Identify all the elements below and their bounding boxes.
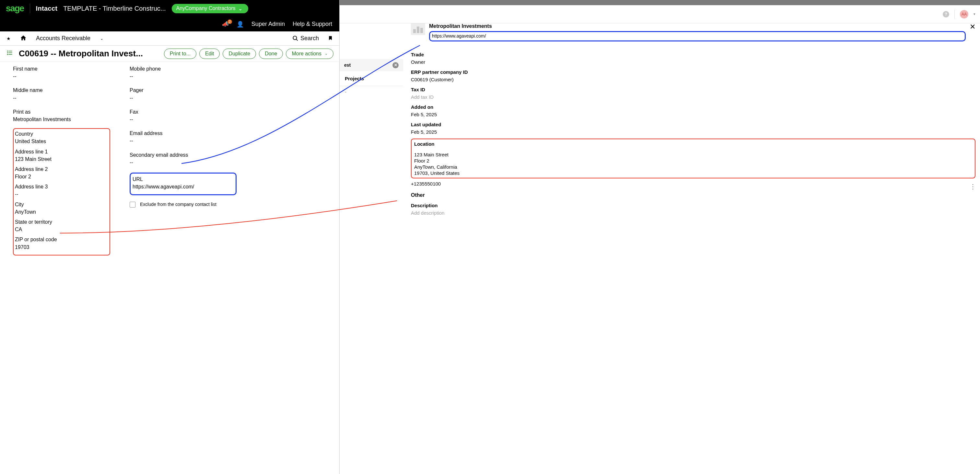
company-title: Metropolitan Investments — [429, 23, 966, 29]
chevron-down-icon: ⌄ — [100, 36, 103, 41]
checkbox-icon[interactable] — [130, 202, 135, 208]
home-icon[interactable] — [20, 35, 27, 42]
right-top-grey-bar — [340, 0, 980, 5]
chevron-down-icon: ⌄ — [325, 51, 328, 56]
erp-value: C00619 (Customer) — [411, 77, 975, 82]
tax-label: Tax ID — [411, 87, 975, 92]
company-switcher[interactable]: AnyCompany Contractors ⌄ — [172, 4, 248, 13]
company-icon — [411, 23, 425, 35]
projects-label: Projects — [345, 76, 364, 81]
description-placeholder[interactable]: Add description — [411, 210, 975, 216]
more-actions-button[interactable]: More actions ⌄ — [286, 49, 334, 59]
user-link[interactable]: Super Admin — [251, 21, 285, 27]
tax-placeholder[interactable]: Add tax ID — [411, 94, 975, 100]
print-button[interactable]: Print to... — [164, 49, 196, 59]
erp-label: ERP partner company ID — [411, 69, 975, 75]
duplicate-button[interactable]: Duplicate — [223, 49, 256, 59]
exclude-checkbox-row[interactable]: Exclude from the company contact list — [130, 202, 237, 208]
module-dropdown[interactable]: Accounts Receivable ⌄ — [36, 35, 103, 42]
module-label: Accounts Receivable — [36, 35, 91, 42]
divider — [955, 10, 955, 19]
location-line2: Floor 2 — [414, 158, 972, 163]
sidebar-toggle-icon[interactable] — [6, 50, 13, 57]
svg-rect-5 — [8, 52, 12, 53]
notification-badge: 2 — [228, 19, 232, 24]
company-url[interactable]: https://www.agaveapi.com/ — [432, 33, 486, 38]
field-email-secondary: Secondary email address -- — [130, 151, 237, 167]
divider — [30, 3, 30, 13]
address-annotation-box: Country United States Address line 1 123… — [13, 128, 110, 255]
exclude-label: Exclude from the company contact list — [140, 202, 216, 207]
search-button[interactable]: Search — [292, 35, 319, 42]
field-address-3: Address line 3 -- — [15, 183, 107, 198]
svg-point-6 — [7, 54, 8, 55]
more-actions-label: More actions — [292, 51, 321, 57]
field-state: State or territory CA — [15, 218, 107, 233]
field-print-as: Print as Metropolitan Investments — [13, 108, 110, 124]
close-icon[interactable]: ✕ — [393, 62, 399, 68]
chevron-down-icon: ⌄ — [238, 5, 242, 12]
field-address-2: Address line 2 Floor 2 — [15, 165, 107, 180]
template-title: TEMPLATE - Timberline Construc... — [63, 5, 165, 12]
added-label: Added on — [411, 104, 975, 110]
est-tab[interactable]: est ✕ — [340, 59, 403, 71]
svg-line-1 — [296, 39, 298, 41]
done-button[interactable]: Done — [259, 49, 283, 59]
est-label: est — [344, 62, 351, 68]
bookmark-icon[interactable] — [328, 35, 333, 42]
field-mobile: Mobile phone -- — [130, 65, 237, 81]
field-pager: Pager -- — [130, 86, 237, 103]
location-label: Location — [414, 141, 972, 147]
edit-button[interactable]: Edit — [199, 49, 220, 59]
field-address-1: Address line 1 123 Main Street — [15, 148, 107, 163]
avatar[interactable]: AA — [960, 10, 968, 19]
svg-rect-3 — [8, 51, 12, 51]
url-annotation-box: URL https://www.agaveapi.com/ — [130, 173, 237, 195]
field-middle-name: Middle name -- — [13, 86, 110, 103]
intacct-label: Intacct — [36, 5, 58, 12]
description-label: Description — [411, 203, 975, 208]
help-icon[interactable]: ? — [943, 11, 949, 17]
close-panel-icon[interactable]: ✕ — [970, 23, 975, 30]
field-url: URL https://www.agaveapi.com/ — [132, 176, 233, 190]
help-link[interactable]: Help & Support — [293, 21, 332, 27]
location-line4: 19703, United States — [414, 170, 972, 176]
sage-logo: sage — [6, 3, 24, 14]
field-city: City AnyTown — [15, 201, 107, 216]
svg-point-0 — [293, 36, 296, 40]
notifications-button[interactable]: 📣 2 — [222, 21, 229, 27]
field-zip: ZIP or postal code 19703 — [15, 236, 107, 250]
url-annotation-box-right: https://www.agaveapi.com/ — [429, 31, 966, 41]
favorites-icon[interactable]: ★ — [6, 36, 11, 41]
kebab-icon[interactable]: ⋮ — [970, 182, 975, 190]
user-icon: 👤 — [237, 21, 244, 28]
projects-tab[interactable]: Projects — [340, 71, 403, 86]
caret-down-icon[interactable]: ▾ — [974, 12, 975, 16]
svg-point-4 — [7, 52, 8, 54]
location-line3: AnyTown, California — [414, 164, 972, 170]
added-value: Feb 5, 2025 — [411, 112, 975, 117]
svg-rect-7 — [8, 54, 12, 55]
location-line1: 123 Main Street — [414, 152, 972, 157]
company-name: AnyCompany Contractors — [176, 5, 235, 11]
updated-label: Last updated — [411, 122, 975, 127]
field-country: Country United States — [15, 130, 107, 145]
trade-value: Owner — [411, 59, 975, 65]
svg-point-2 — [7, 51, 8, 51]
search-label: Search — [301, 35, 319, 42]
field-first-name: First name -- — [13, 65, 110, 81]
empty-indicator: - — [340, 87, 403, 97]
field-fax: Fax -- — [130, 108, 237, 124]
field-email: Email address -- — [130, 130, 237, 146]
location-annotation-box: Location 123 Main Street Floor 2 AnyTown… — [411, 139, 975, 178]
trade-label: Trade — [411, 52, 975, 57]
other-heading: Other — [411, 192, 975, 198]
page-title: C00619 -- Metropolitan Invest... — [19, 49, 164, 59]
phone-value: +1235550100 — [411, 181, 975, 187]
updated-value: Feb 5, 2025 — [411, 129, 975, 135]
